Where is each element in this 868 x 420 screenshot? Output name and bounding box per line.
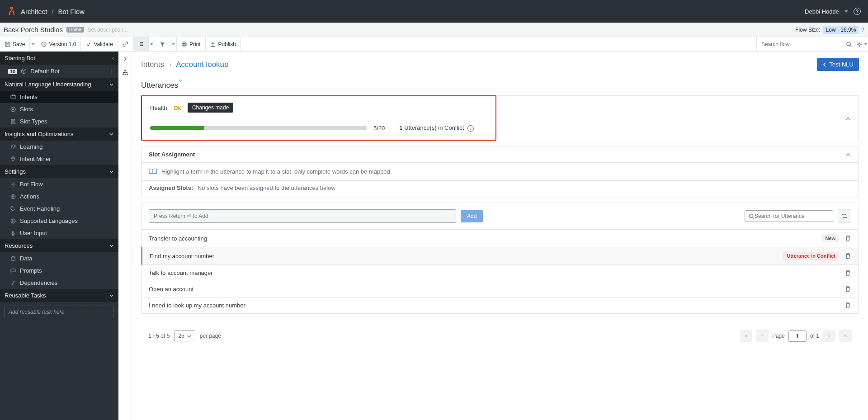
utterance-row[interactable]: Transfer to accountingNew [141,230,859,247]
utterance-input[interactable] [149,209,456,223]
breadcrumb-root[interactable]: Intents [141,60,164,69]
rail-tree-button[interactable] [121,68,130,77]
utterance-text: Open an account [149,286,844,293]
sidebar-item-actions[interactable]: Actions [0,190,118,203]
svg-point-9 [12,109,14,110]
flow-size-help-icon[interactable]: ? [861,27,864,33]
sidebar-item-bot-flow[interactable]: Bot Flow [0,178,118,190]
save-button[interactable]: Save [0,37,30,51]
page-first-button[interactable]: « [740,330,752,342]
search-utterance-input[interactable] [755,213,829,219]
slot-assignment-panel: Slot Assignment Highlight a term in the … [141,146,859,198]
svg-point-6 [859,43,860,45]
chevron-up-icon[interactable] [845,116,851,122]
health-label: Health [150,104,167,111]
svg-point-0 [11,7,13,9]
validate-button[interactable]: Validate [81,37,118,51]
save-caret[interactable] [30,37,36,51]
delete-utterance-button[interactable] [844,302,851,309]
page-last-button[interactable]: » [839,330,852,342]
more-icon[interactable]: ⋮ [109,68,115,75]
sidebar-item-user-input[interactable]: User Input [0,227,118,239]
sidebar-item-learning[interactable]: Learning [0,141,118,153]
print-button[interactable]: Print [177,37,206,51]
pagination: 1 - 5 of 5 25 per page « ‹ Page of 1 › » [141,323,859,349]
link-button[interactable] [118,37,133,51]
sidebar-item-dependencies[interactable]: Dependencies [0,277,118,289]
main: Intents › Account lookup Test NLU Uttera… [132,52,868,420]
home-badge[interactable]: Home [66,27,84,33]
brand-app-link[interactable]: Architect [21,8,47,15]
chevron-left-icon [822,62,827,67]
chevron-down-icon [109,82,114,87]
test-nlu-button[interactable]: Test NLU [817,58,859,71]
page-prev-button[interactable]: ‹ [756,330,769,342]
publish-button[interactable]: Publish [206,37,241,51]
sidebar-nlu-header[interactable]: Natural Language Understanding [0,78,118,91]
sidebar-settings-header[interactable]: Settings [0,165,118,178]
transfer-utterances-button[interactable] [838,209,851,223]
sitemap-icon [122,69,128,76]
section-utterances-title: Utterances? [141,81,859,90]
per-page-label: per page [200,333,221,339]
svg-rect-16 [13,231,14,234]
reusable-task-add[interactable]: Add reusable task here [5,306,114,318]
sidebar-item-intents[interactable]: Intents [0,91,118,103]
utterance-row[interactable]: Talk to account manager [141,265,859,281]
settings-button[interactable] [855,37,868,51]
rail-expand-button[interactable] [121,54,130,63]
gear-icon [856,41,863,47]
brand-breadcrumb: Architect / Bot Flow [7,7,85,16]
sidebar-item-data[interactable]: Data [0,252,118,264]
page-next-button[interactable]: › [823,330,835,342]
sidebar-default-bot[interactable]: 10 Default Bot ⋮ [0,65,118,78]
sidebar-insights-header[interactable]: Insights and Optimizations [0,127,118,141]
changes-made-badge: Changes made [188,103,233,113]
page-label: Page [772,333,785,339]
sidebar-item-prompts[interactable]: Prompts [0,264,118,277]
svg-point-11 [12,184,14,185]
sidebar-item-slots[interactable]: Slots [0,103,118,115]
filter-button[interactable] [155,37,170,51]
sidebar-resources-header[interactable]: Resources [0,239,118,252]
language-icon [10,218,16,224]
transfer-icon [841,212,848,220]
delete-utterance-button[interactable] [844,269,851,276]
list-icon [138,41,144,47]
sidebar-item-languages[interactable]: Supported Languages [0,215,118,227]
utterance-row[interactable]: Find my account numberUtterance in Confl… [141,247,859,265]
list-caret[interactable] [149,37,155,51]
info-icon[interactable]: i [467,125,474,132]
utterance-row[interactable]: I need to look up my account number [141,297,859,314]
delete-utterance-button[interactable] [844,235,851,242]
list-button[interactable] [133,37,149,51]
page-size-select[interactable]: 25 [174,330,195,341]
page-number-input[interactable] [788,330,807,342]
utterance-row[interactable]: Open an account [141,281,859,297]
search-flow-button[interactable] [843,37,855,51]
version-button[interactable]: Version 1.0 [36,37,81,51]
sidebar-item-event-handling[interactable]: Event Handling [0,203,118,215]
delete-utterance-button[interactable] [844,286,851,293]
health-collapse-region [496,95,859,142]
flow-size-label: Flow Size: [795,27,820,33]
header-right: Debbi Hodde ? [805,8,861,15]
description-placeholder[interactable]: Set description... [88,27,128,33]
flow-size-value: Low - 16.9% [823,26,859,34]
filter-caret[interactable] [170,37,177,51]
user-menu[interactable]: Debbi Hodde [805,8,839,15]
chevron-up-icon[interactable] [845,151,851,158]
sidebar-item-slot-types[interactable]: Slot Types [0,115,118,127]
add-utterance-button[interactable]: Add [461,210,483,222]
svg-rect-3 [183,42,185,43]
delete-utterance-button[interactable] [844,253,851,260]
help-badge-icon[interactable]: ? [179,79,182,84]
assigned-slots-label: Assigned Slots: [149,184,193,191]
sidebar-reusable-header[interactable]: Reusable Tasks [0,289,118,302]
search-flow-input[interactable] [757,37,843,51]
svg-point-17 [11,256,15,258]
utterance-text: Talk to account manager [149,269,844,276]
sidebar-starting-header[interactable]: Starting Bot ‹ [0,52,118,65]
help-icon[interactable]: ? [854,8,861,15]
sidebar-item-intent-miner[interactable]: Intent Miner [0,153,118,165]
